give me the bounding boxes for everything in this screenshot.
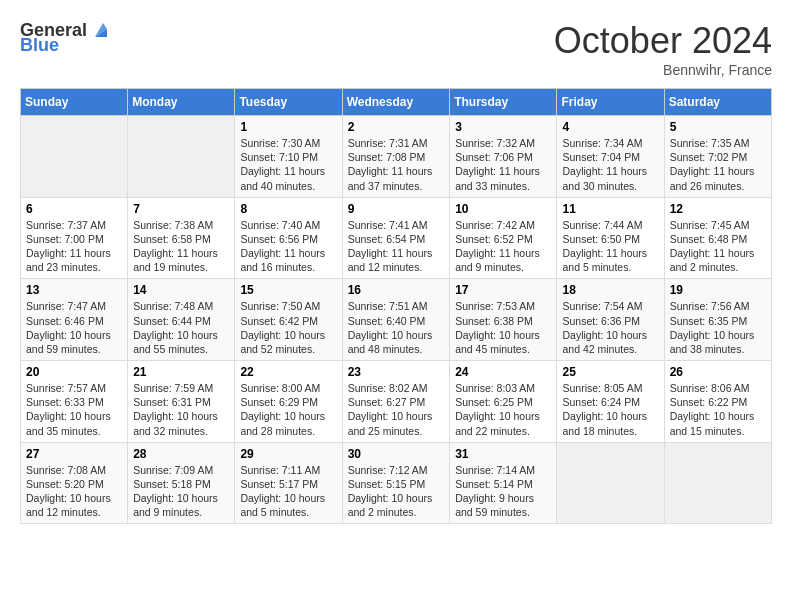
calendar-cell: 3Sunrise: 7:32 AMSunset: 7:06 PMDaylight…	[450, 116, 557, 198]
calendar-cell: 8Sunrise: 7:40 AMSunset: 6:56 PMDaylight…	[235, 197, 342, 279]
week-row-5: 27Sunrise: 7:08 AMSunset: 5:20 PMDayligh…	[21, 442, 772, 524]
column-header-friday: Friday	[557, 89, 664, 116]
calendar-table: SundayMondayTuesdayWednesdayThursdayFrid…	[20, 88, 772, 524]
day-info: Sunrise: 7:47 AMSunset: 6:46 PMDaylight:…	[26, 299, 122, 356]
day-number: 27	[26, 447, 122, 461]
day-number: 5	[670, 120, 766, 134]
calendar-cell: 16Sunrise: 7:51 AMSunset: 6:40 PMDayligh…	[342, 279, 450, 361]
day-info: Sunrise: 7:30 AMSunset: 7:10 PMDaylight:…	[240, 136, 336, 193]
column-header-thursday: Thursday	[450, 89, 557, 116]
day-number: 14	[133, 283, 229, 297]
day-info: Sunrise: 7:57 AMSunset: 6:33 PMDaylight:…	[26, 381, 122, 438]
calendar-cell: 11Sunrise: 7:44 AMSunset: 6:50 PMDayligh…	[557, 197, 664, 279]
day-info: Sunrise: 7:59 AMSunset: 6:31 PMDaylight:…	[133, 381, 229, 438]
calendar-cell: 19Sunrise: 7:56 AMSunset: 6:35 PMDayligh…	[664, 279, 771, 361]
calendar-cell: 2Sunrise: 7:31 AMSunset: 7:08 PMDaylight…	[342, 116, 450, 198]
page-header: General Blue October 2024 Bennwihr, Fran…	[20, 20, 772, 78]
column-header-wednesday: Wednesday	[342, 89, 450, 116]
day-info: Sunrise: 8:05 AMSunset: 6:24 PMDaylight:…	[562, 381, 658, 438]
calendar-cell	[21, 116, 128, 198]
day-info: Sunrise: 7:08 AMSunset: 5:20 PMDaylight:…	[26, 463, 122, 520]
day-number: 19	[670, 283, 766, 297]
calendar-cell: 15Sunrise: 7:50 AMSunset: 6:42 PMDayligh…	[235, 279, 342, 361]
calendar-cell: 6Sunrise: 7:37 AMSunset: 7:00 PMDaylight…	[21, 197, 128, 279]
column-header-monday: Monday	[128, 89, 235, 116]
day-info: Sunrise: 8:00 AMSunset: 6:29 PMDaylight:…	[240, 381, 336, 438]
day-info: Sunrise: 7:50 AMSunset: 6:42 PMDaylight:…	[240, 299, 336, 356]
day-info: Sunrise: 7:44 AMSunset: 6:50 PMDaylight:…	[562, 218, 658, 275]
calendar-cell: 12Sunrise: 7:45 AMSunset: 6:48 PMDayligh…	[664, 197, 771, 279]
day-number: 2	[348, 120, 445, 134]
week-row-4: 20Sunrise: 7:57 AMSunset: 6:33 PMDayligh…	[21, 361, 772, 443]
week-row-3: 13Sunrise: 7:47 AMSunset: 6:46 PMDayligh…	[21, 279, 772, 361]
location: Bennwihr, France	[554, 62, 772, 78]
day-number: 12	[670, 202, 766, 216]
week-row-1: 1Sunrise: 7:30 AMSunset: 7:10 PMDaylight…	[21, 116, 772, 198]
day-number: 13	[26, 283, 122, 297]
calendar-cell	[664, 442, 771, 524]
day-info: Sunrise: 7:09 AMSunset: 5:18 PMDaylight:…	[133, 463, 229, 520]
calendar-cell: 18Sunrise: 7:54 AMSunset: 6:36 PMDayligh…	[557, 279, 664, 361]
day-info: Sunrise: 8:06 AMSunset: 6:22 PMDaylight:…	[670, 381, 766, 438]
day-number: 25	[562, 365, 658, 379]
day-info: Sunrise: 7:40 AMSunset: 6:56 PMDaylight:…	[240, 218, 336, 275]
day-number: 15	[240, 283, 336, 297]
day-number: 28	[133, 447, 229, 461]
day-info: Sunrise: 7:48 AMSunset: 6:44 PMDaylight:…	[133, 299, 229, 356]
calendar-cell: 13Sunrise: 7:47 AMSunset: 6:46 PMDayligh…	[21, 279, 128, 361]
day-number: 23	[348, 365, 445, 379]
column-header-tuesday: Tuesday	[235, 89, 342, 116]
calendar-cell: 27Sunrise: 7:08 AMSunset: 5:20 PMDayligh…	[21, 442, 128, 524]
day-number: 31	[455, 447, 551, 461]
calendar-cell: 9Sunrise: 7:41 AMSunset: 6:54 PMDaylight…	[342, 197, 450, 279]
calendar-cell: 14Sunrise: 7:48 AMSunset: 6:44 PMDayligh…	[128, 279, 235, 361]
title-area: October 2024 Bennwihr, France	[554, 20, 772, 78]
day-info: Sunrise: 7:41 AMSunset: 6:54 PMDaylight:…	[348, 218, 445, 275]
calendar-cell: 29Sunrise: 7:11 AMSunset: 5:17 PMDayligh…	[235, 442, 342, 524]
calendar-cell	[128, 116, 235, 198]
day-info: Sunrise: 7:51 AMSunset: 6:40 PMDaylight:…	[348, 299, 445, 356]
day-info: Sunrise: 8:03 AMSunset: 6:25 PMDaylight:…	[455, 381, 551, 438]
day-info: Sunrise: 7:12 AMSunset: 5:15 PMDaylight:…	[348, 463, 445, 520]
month-title: October 2024	[554, 20, 772, 62]
calendar-cell: 10Sunrise: 7:42 AMSunset: 6:52 PMDayligh…	[450, 197, 557, 279]
calendar-cell: 22Sunrise: 8:00 AMSunset: 6:29 PMDayligh…	[235, 361, 342, 443]
day-number: 20	[26, 365, 122, 379]
day-info: Sunrise: 7:42 AMSunset: 6:52 PMDaylight:…	[455, 218, 551, 275]
day-number: 30	[348, 447, 445, 461]
day-info: Sunrise: 7:38 AMSunset: 6:58 PMDaylight:…	[133, 218, 229, 275]
day-info: Sunrise: 7:31 AMSunset: 7:08 PMDaylight:…	[348, 136, 445, 193]
calendar-cell: 17Sunrise: 7:53 AMSunset: 6:38 PMDayligh…	[450, 279, 557, 361]
calendar-cell: 4Sunrise: 7:34 AMSunset: 7:04 PMDaylight…	[557, 116, 664, 198]
calendar-cell: 5Sunrise: 7:35 AMSunset: 7:02 PMDaylight…	[664, 116, 771, 198]
calendar-cell: 28Sunrise: 7:09 AMSunset: 5:18 PMDayligh…	[128, 442, 235, 524]
day-info: Sunrise: 7:53 AMSunset: 6:38 PMDaylight:…	[455, 299, 551, 356]
day-number: 16	[348, 283, 445, 297]
day-number: 29	[240, 447, 336, 461]
calendar-cell: 26Sunrise: 8:06 AMSunset: 6:22 PMDayligh…	[664, 361, 771, 443]
day-number: 3	[455, 120, 551, 134]
day-info: Sunrise: 7:56 AMSunset: 6:35 PMDaylight:…	[670, 299, 766, 356]
calendar-cell: 23Sunrise: 8:02 AMSunset: 6:27 PMDayligh…	[342, 361, 450, 443]
day-number: 21	[133, 365, 229, 379]
calendar-cell: 24Sunrise: 8:03 AMSunset: 6:25 PMDayligh…	[450, 361, 557, 443]
calendar-cell: 31Sunrise: 7:14 AMSunset: 5:14 PMDayligh…	[450, 442, 557, 524]
day-info: Sunrise: 7:34 AMSunset: 7:04 PMDaylight:…	[562, 136, 658, 193]
day-number: 17	[455, 283, 551, 297]
day-number: 22	[240, 365, 336, 379]
day-info: Sunrise: 7:35 AMSunset: 7:02 PMDaylight:…	[670, 136, 766, 193]
day-number: 11	[562, 202, 658, 216]
day-info: Sunrise: 8:02 AMSunset: 6:27 PMDaylight:…	[348, 381, 445, 438]
day-number: 7	[133, 202, 229, 216]
day-number: 10	[455, 202, 551, 216]
day-info: Sunrise: 7:54 AMSunset: 6:36 PMDaylight:…	[562, 299, 658, 356]
day-number: 26	[670, 365, 766, 379]
day-number: 18	[562, 283, 658, 297]
day-info: Sunrise: 7:37 AMSunset: 7:00 PMDaylight:…	[26, 218, 122, 275]
day-number: 9	[348, 202, 445, 216]
logo: General Blue	[20, 20, 111, 56]
day-info: Sunrise: 7:14 AMSunset: 5:14 PMDaylight:…	[455, 463, 551, 520]
day-number: 1	[240, 120, 336, 134]
header-row: SundayMondayTuesdayWednesdayThursdayFrid…	[21, 89, 772, 116]
logo-icon	[89, 19, 111, 41]
